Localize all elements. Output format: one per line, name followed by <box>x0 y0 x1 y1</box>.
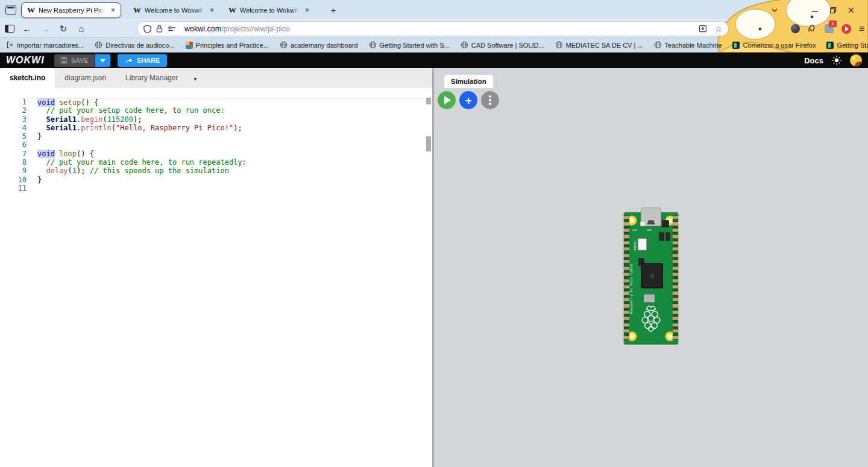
bookmark-item[interactable]: Comenzar a usar Firefox <box>732 41 816 49</box>
code-line[interactable]: 10} <box>0 176 425 184</box>
board-pin[interactable] <box>624 216 629 219</box>
scrollbar-thumb[interactable] <box>426 136 431 151</box>
board-pin[interactable] <box>624 229 629 232</box>
add-part-button[interactable]: + <box>459 91 477 109</box>
extension-with-badge-icon[interactable]: 3 <box>825 24 834 33</box>
board-pin[interactable] <box>673 229 678 232</box>
bookmark-item[interactable]: Teachable Machine <box>654 41 722 49</box>
pin-header-left[interactable] <box>624 215 629 340</box>
bookmark-item[interactable]: Getting Started with S... <box>369 41 450 49</box>
bookmark-item[interactable]: CAD Software | SOLID... <box>461 41 544 49</box>
board-pin[interactable] <box>673 216 678 219</box>
board-pin[interactable] <box>624 323 629 326</box>
code-line[interactable]: 3 Serial1.begin(115200); <box>0 115 425 124</box>
permissions-icon[interactable] <box>168 25 176 33</box>
board-pin[interactable] <box>624 267 629 270</box>
address-bar[interactable]: wokwi.com/projects/new/pi-pico ☆ <box>137 22 728 36</box>
board-pin[interactable] <box>624 279 629 282</box>
tracking-shield-icon[interactable] <box>143 25 151 33</box>
board-pin[interactable] <box>673 222 678 225</box>
bookmark-item[interactable]: Getting Started <box>826 41 868 49</box>
bootsel-button[interactable] <box>638 238 647 250</box>
board-pin[interactable] <box>624 285 629 288</box>
board-pin[interactable] <box>673 267 678 270</box>
board-pin[interactable] <box>624 247 629 250</box>
reload-button[interactable]: ↻ <box>58 24 69 34</box>
code-line[interactable]: 2 // put your setup code here, to run on… <box>0 106 425 115</box>
board-pin[interactable] <box>624 329 629 332</box>
close-window-button[interactable] <box>848 7 866 14</box>
code-line[interactable]: 11 <box>0 184 425 192</box>
board-pin[interactable] <box>673 285 678 288</box>
user-avatar[interactable] <box>850 54 862 66</box>
board-pin[interactable] <box>673 235 678 238</box>
extension-red-play-icon[interactable] <box>841 24 851 34</box>
restore-button[interactable] <box>829 7 848 14</box>
hamburger-menu-button[interactable]: ≡ <box>859 24 864 34</box>
code-editor[interactable]: 1void setup() {2 // put your setup code … <box>0 88 432 467</box>
board-pin[interactable] <box>624 254 629 257</box>
pin-header-right[interactable] <box>673 215 678 340</box>
overview-ruler[interactable] <box>426 88 431 467</box>
code-line[interactable]: 9 delay(1); // this speeds up the simula… <box>0 167 425 175</box>
code-line[interactable]: 5} <box>0 132 425 141</box>
browser-tab-active[interactable]: WNew Raspberry Pi Pico Project -× <box>21 2 121 18</box>
raspberry-pi-pico-board[interactable]: 1 2 39 LED USB BOOTSEL Raspberry Pi Pico… <box>624 212 678 345</box>
board-pin[interactable] <box>624 291 629 294</box>
board-pin[interactable] <box>624 235 629 238</box>
forward-button[interactable]: → <box>40 24 51 34</box>
tab-diagram-json[interactable]: diagram.json <box>55 68 116 88</box>
board-pin[interactable] <box>673 241 678 244</box>
bookmark-item[interactable]: Principles and Practice... <box>186 41 269 49</box>
board-pin[interactable] <box>673 329 678 332</box>
board-pin[interactable] <box>624 241 629 244</box>
bookmark-item[interactable]: Importar marcadores... <box>6 41 84 49</box>
lock-icon[interactable] <box>156 25 163 33</box>
board-pin[interactable] <box>673 317 678 320</box>
board-pin[interactable] <box>673 336 678 339</box>
share-button[interactable]: SHARE <box>118 54 168 67</box>
browser-tab[interactable]: WWelcome to Wokwi! | Wokwi Do× <box>128 2 219 18</box>
bookmark-item[interactable]: MEDIATEC SA DE CV | ... <box>555 41 643 49</box>
back-button[interactable]: ← <box>22 24 33 34</box>
save-page-icon[interactable] <box>699 25 707 33</box>
board-pin[interactable] <box>673 279 678 282</box>
minimize-button[interactable] <box>811 7 829 14</box>
tab-simulation[interactable]: Simulation <box>444 75 493 88</box>
code-line[interactable]: 1void setup() { <box>0 98 425 106</box>
board-pin[interactable] <box>624 298 629 301</box>
bookmark-item[interactable]: academany dashboard <box>280 41 358 49</box>
theme-toggle-sun-icon[interactable] <box>832 56 841 65</box>
docs-link[interactable]: Docs <box>804 56 823 65</box>
board-pin[interactable] <box>624 311 629 314</box>
code-line[interactable]: 7void loop() { <box>0 150 425 158</box>
tab-sketch-ino[interactable]: sketch.ino <box>0 68 55 88</box>
home-button[interactable]: ⌂ <box>76 24 87 34</box>
code-line[interactable]: 8 // put your main code here, to run rep… <box>0 158 425 167</box>
new-tab-button[interactable]: + <box>327 4 339 16</box>
board-pin[interactable] <box>673 254 678 257</box>
tab-close-icon[interactable]: × <box>110 6 115 14</box>
board-pin[interactable] <box>673 304 678 307</box>
board-pin[interactable] <box>673 260 678 263</box>
board-pin[interactable] <box>673 273 678 276</box>
extension-dark-globe-icon[interactable] <box>791 24 800 33</box>
tab-library-manager[interactable]: Library Manager <box>116 68 187 88</box>
board-pin[interactable] <box>624 304 629 307</box>
extensions-puzzle-icon[interactable] <box>808 24 817 33</box>
sidebar-toggle-icon[interactable] <box>5 25 14 33</box>
board-pin[interactable] <box>673 323 678 326</box>
browser-tab[interactable]: WWelcome to Wokwi! | Wokwi Do× <box>223 2 315 18</box>
board-pin[interactable] <box>673 298 678 301</box>
wokwi-logo[interactable]: WOKWI <box>6 55 45 66</box>
save-dropdown-button[interactable] <box>95 54 110 67</box>
save-button[interactable]: SAVE <box>54 54 95 67</box>
editor-tabs-caret-icon[interactable]: ▾ <box>193 75 197 82</box>
firefox-view-button[interactable] <box>5 5 16 15</box>
board-pin[interactable] <box>624 222 629 225</box>
bookmark-item[interactable]: Directivas de audioco... <box>95 41 174 49</box>
code-line[interactable]: 4 Serial1.println("Hello, Raspberry Pi P… <box>0 124 425 132</box>
play-button[interactable] <box>438 91 456 109</box>
simulation-menu-button[interactable] <box>481 91 499 109</box>
board-pin[interactable] <box>624 317 629 320</box>
